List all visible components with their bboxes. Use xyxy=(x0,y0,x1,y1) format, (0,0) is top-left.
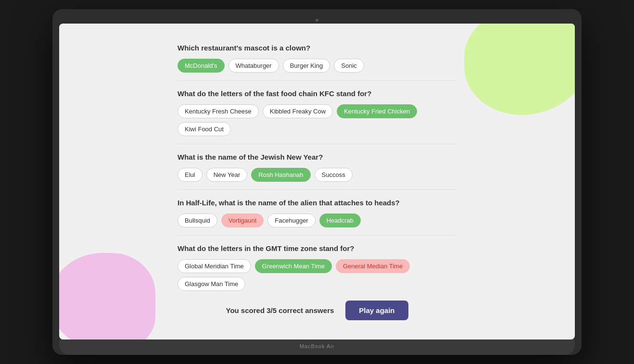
answers-row-2: Kentucky Fresh CheeseKibbled Freaky CowK… xyxy=(178,104,456,136)
answer-chip-q4-a3[interactable]: Facehugger xyxy=(267,213,315,227)
laptop-base: MacBook Air xyxy=(59,339,575,355)
question-text-1: Which restaurant's mascot is a clown? xyxy=(178,43,456,53)
answers-row-1: McDonald'sWhataburgerBurger KingSonic xyxy=(178,59,456,73)
score-text: You scored 3/5 correct answers xyxy=(226,306,334,314)
answer-chip-q5-a3[interactable]: General Median Time xyxy=(336,259,410,273)
answer-chip-q2-a4[interactable]: Kiwi Food Cut xyxy=(178,122,231,136)
question-text-4: In Half-Life, what is the name of the al… xyxy=(178,198,456,208)
answer-chip-q4-a1[interactable]: Bullsquid xyxy=(178,213,217,227)
answer-chip-q1-a1[interactable]: McDonald's xyxy=(178,59,225,73)
camera-dot xyxy=(316,19,318,22)
question-block-5: What do the letters in the GMT time zone… xyxy=(178,243,456,291)
divider-3 xyxy=(178,189,456,190)
answers-row-5: Global Meridian TimeGreenwich Mean TimeG… xyxy=(178,259,456,291)
question-block-3: What is the name of the Jewish New Year?… xyxy=(178,152,456,190)
answer-chip-q5-a2[interactable]: Greenwich Mean Time xyxy=(255,259,332,273)
answer-chip-q2-a2[interactable]: Kibbled Freaky Cow xyxy=(263,104,333,118)
answer-chip-q1-a2[interactable]: Whataburger xyxy=(228,59,279,73)
divider-2 xyxy=(178,144,456,144)
blob-pink xyxy=(59,253,155,339)
answer-chip-q4-a4[interactable]: Headcrab xyxy=(319,213,361,227)
answer-chip-q5-a4[interactable]: Glasgow Man Time xyxy=(178,277,245,291)
answers-row-4: BullsquidVortigauntFacehuggerHeadcrab xyxy=(178,213,456,227)
divider-1 xyxy=(178,80,456,81)
laptop-screen: Which restaurant's mascot is a clown?McD… xyxy=(59,24,575,339)
answer-chip-q3-a2[interactable]: New Year xyxy=(206,168,248,182)
answer-chip-q4-a2[interactable]: Vortigaunt xyxy=(221,213,264,227)
answer-chip-q1-a4[interactable]: Sonic xyxy=(334,59,364,73)
answer-chip-q1-a3[interactable]: Burger King xyxy=(283,59,330,73)
question-block-2: What do the letters of the fast food cha… xyxy=(178,88,456,144)
blob-green xyxy=(464,24,575,115)
answer-chip-q3-a4[interactable]: Succoss xyxy=(315,168,353,182)
laptop-frame: Which restaurant's mascot is a clown?McD… xyxy=(52,9,582,355)
brand-label: MacBook Air xyxy=(300,343,335,349)
question-text-2: What do the letters of the fast food cha… xyxy=(178,88,456,99)
question-text-3: What is the name of the Jewish New Year? xyxy=(178,152,456,162)
score-row: You scored 3/5 correct answers Play agai… xyxy=(178,301,456,320)
play-again-button[interactable]: Play again xyxy=(345,301,408,320)
divider-4 xyxy=(178,235,456,236)
question-block-4: In Half-Life, what is the name of the al… xyxy=(178,198,456,236)
answer-chip-q5-a1[interactable]: Global Meridian Time xyxy=(178,259,251,273)
question-text-5: What do the letters in the GMT time zone… xyxy=(178,243,456,253)
answer-chip-q2-a1[interactable]: Kentucky Fresh Cheese xyxy=(178,104,259,118)
answer-chip-q3-a3[interactable]: Rosh Hashanah xyxy=(251,168,310,182)
answer-chip-q3-a1[interactable]: Elul xyxy=(178,168,203,182)
answers-row-3: ElulNew YearRosh HashanahSuccoss xyxy=(178,168,456,182)
question-block-1: Which restaurant's mascot is a clown?McD… xyxy=(178,43,456,81)
answer-chip-q2-a3[interactable]: Kentucky Fried Chicken xyxy=(337,104,417,118)
